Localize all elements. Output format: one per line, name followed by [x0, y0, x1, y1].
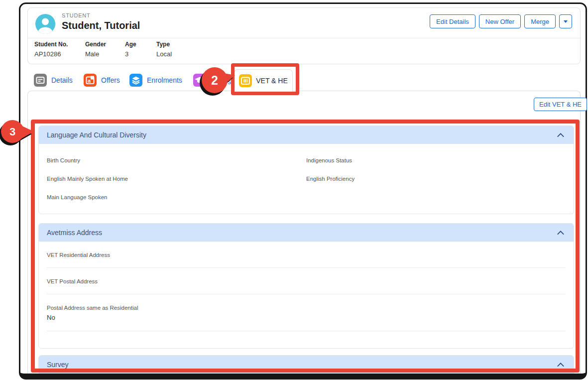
header-action-buttons: Edit Details New Offer Merge	[430, 14, 572, 28]
chevron-up-icon[interactable]	[557, 362, 565, 368]
avetmiss-address-section: Avetmiss Address VET Residential Address…	[38, 223, 574, 349]
annotation-step-3-number: 3	[9, 126, 15, 138]
student-no-value: AP10286	[34, 50, 68, 58]
language-diversity-section-header[interactable]: Language And Cultural Diversity	[39, 126, 574, 144]
offers-icon: a	[84, 74, 97, 87]
age-label: Age	[125, 41, 136, 48]
student-no-label: Student No.	[34, 41, 68, 48]
details-icon	[34, 74, 47, 87]
merge-button[interactable]: Merge	[524, 14, 556, 28]
tab-vet-he-label: VET & HE	[256, 77, 288, 85]
vet-postal-address-row: VET Postal Address	[47, 268, 566, 294]
age-value: 3	[125, 50, 136, 58]
birth-country-label: Birth Country	[47, 157, 306, 163]
postal-same-as-residential-value: No	[47, 314, 566, 321]
tab-details-label: Details	[51, 76, 73, 84]
type-value: Local	[156, 50, 172, 58]
vet-residential-address-row: VET Residential Address	[47, 242, 566, 268]
entity-type-label: STUDENT	[62, 12, 91, 18]
chevron-up-icon[interactable]	[557, 230, 565, 236]
gender-value: Male	[85, 50, 106, 58]
new-offer-button[interactable]: New Offer	[479, 14, 521, 28]
chevron-down-icon	[564, 20, 568, 23]
main-language-label: Main Language Spoken	[47, 194, 306, 200]
tab-enrolments[interactable]: Enrolments	[129, 70, 182, 91]
tab-hidden-label-fragment: ys	[224, 78, 231, 86]
screenshot-root: STUDENT Student, Tutorial Edit Details N…	[0, 0, 588, 380]
enrolments-layers-icon	[129, 74, 142, 87]
svg-text:a: a	[88, 78, 91, 84]
english-proficiency-label: English Proficiency	[306, 176, 566, 182]
tab-hidden-pathways[interactable]	[193, 70, 206, 91]
survey-section-header[interactable]: Survey	[39, 356, 574, 374]
card-divider	[28, 38, 580, 38]
student-avatar-icon	[35, 14, 55, 34]
section-title: Avetmiss Address	[47, 229, 557, 237]
tab-offers[interactable]: a Offers	[84, 70, 120, 91]
graduation-cap-icon	[193, 74, 206, 87]
tab-offers-label: Offers	[101, 76, 120, 84]
annotation-step-2-number: 2	[211, 73, 218, 87]
vet-residential-address-label: VET Residential Address	[47, 252, 566, 258]
section-title: Survey	[47, 361, 557, 369]
tab-details[interactable]: Details	[34, 70, 73, 91]
tab-enrolments-label: Enrolments	[147, 76, 182, 84]
more-actions-dropdown-button[interactable]	[559, 14, 572, 28]
chevron-up-icon[interactable]	[557, 132, 565, 138]
avetmiss-address-section-header[interactable]: Avetmiss Address	[39, 224, 574, 242]
student-name: Student, Tutorial	[62, 20, 140, 31]
postal-same-as-residential-row: Postal Address same as Residential No	[47, 294, 566, 331]
age-stat: Age 3	[125, 41, 136, 58]
section-title: Language And Cultural Diversity	[47, 131, 557, 139]
edit-details-button[interactable]: Edit Details	[430, 14, 475, 28]
survey-section: Survey	[38, 355, 574, 374]
vet-postal-address-label: VET Postal Address	[47, 278, 566, 284]
student-header-card: STUDENT Student, Tutorial Edit Details N…	[27, 7, 581, 64]
gender-label: Gender	[85, 41, 106, 48]
type-label: Type	[156, 41, 172, 48]
indigenous-status-label: Indigenous Status	[306, 157, 566, 163]
student-no-stat: Student No. AP10286	[34, 41, 68, 58]
language-diversity-section: Language And Cultural Diversity Birth Co…	[38, 126, 574, 214]
type-stat: Type Local	[156, 41, 172, 58]
edit-vet-he-button[interactable]: Edit VET & HE	[534, 98, 587, 111]
vet-he-icon	[239, 74, 252, 87]
english-home-label: English Mainly Spoken at Home	[47, 176, 306, 182]
language-diversity-fields: Birth Country English Mainly Spoken at H…	[39, 144, 574, 213]
tab-vet-he-active[interactable]: VET & HE	[234, 69, 293, 92]
gender-stat: Gender Male	[85, 41, 106, 58]
postal-same-as-residential-label: Postal Address same as Residential	[47, 305, 566, 311]
